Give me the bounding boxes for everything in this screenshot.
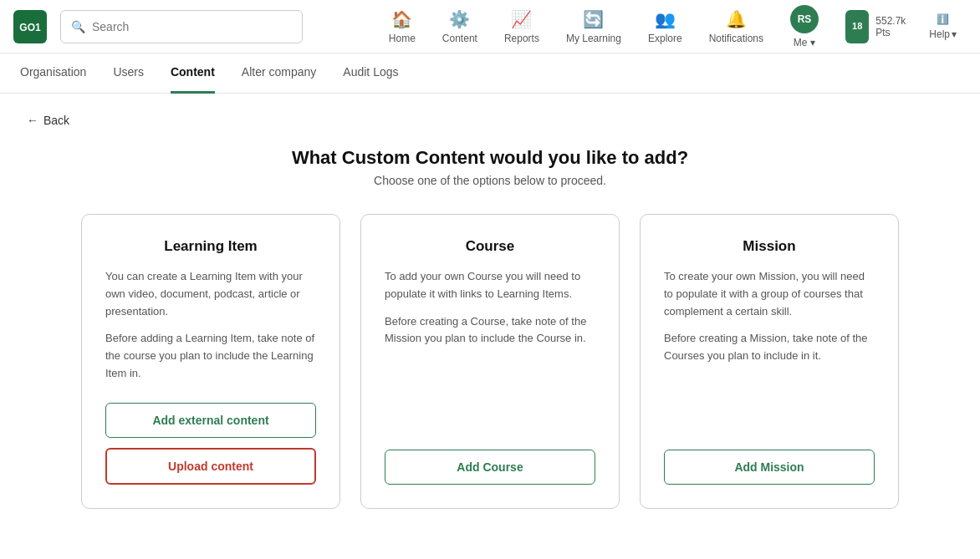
card-mission-title: Mission <box>664 238 875 255</box>
page-subtitle: Choose one of the options below to proce… <box>27 174 953 187</box>
nav-home[interactable]: 🏠 Home <box>379 0 426 53</box>
nav-content[interactable]: ⚙️ Content <box>432 0 487 53</box>
nav-me[interactable]: RS Me ▾ <box>780 0 829 53</box>
nav-content-label: Content <box>442 33 477 44</box>
sub-nav-organisation[interactable]: Organisation <box>20 53 86 94</box>
add-external-content-button[interactable]: Add external content <box>105 403 316 438</box>
page-title: What Custom Content would you like to ad… <box>27 147 953 169</box>
search-icon: 🔍 <box>71 20 85 33</box>
back-label: Back <box>43 114 69 127</box>
card-learning-item-title: Learning Item <box>105 238 316 255</box>
sub-nav-audit-logs[interactable]: Audit Logs <box>343 53 398 94</box>
svg-text:GO1: GO1 <box>19 22 41 33</box>
search-bar[interactable]: 🔍 <box>60 10 303 43</box>
back-link[interactable]: ← Back <box>27 114 953 127</box>
my-learning-icon: 🔄 <box>583 9 604 29</box>
card-course-title: Course <box>385 238 595 255</box>
top-nav: GO1 🔍 🏠 Home ⚙️ Content 📈 Reports 🔄 My L… <box>0 0 980 53</box>
points-section: 18 552.7k Pts <box>835 0 912 53</box>
nav-notifications[interactable]: 🔔 Notifications <box>699 0 773 53</box>
points-badge: 18 <box>845 10 869 43</box>
nav-explore[interactable]: 👥 Explore <box>638 0 692 53</box>
nav-notifications-label: Notifications <box>709 33 763 44</box>
pts-info: 552.7k Pts <box>875 15 906 38</box>
page-content: ← Back What Custom Content would you lik… <box>0 94 980 529</box>
help-row: Help ▾ <box>929 28 957 40</box>
page-heading: What Custom Content would you like to ad… <box>27 147 953 187</box>
chevron-down-icon: ▾ <box>952 28 957 40</box>
sub-nav: Organisation Users Content Alter company… <box>0 53 980 94</box>
nav-home-label: Home <box>389 33 416 44</box>
card-course-desc2: Before creating a Course, take note of t… <box>385 313 595 348</box>
upload-content-button[interactable]: Upload content <box>105 448 316 485</box>
nav-help[interactable]: ℹ️ Help ▾ <box>919 0 967 53</box>
nav-reports[interactable]: 📈 Reports <box>494 0 549 53</box>
card-course-desc1: To add your own Course you will need to … <box>385 268 595 303</box>
card-learning-item: Learning Item You can create a Learning … <box>81 214 340 509</box>
nav-explore-label: Explore <box>648 33 682 44</box>
card-mission-desc1: To create your own Mission, you will nee… <box>664 268 875 320</box>
card-mission-desc2: Before creating a Mission, take note of … <box>664 330 875 365</box>
app-logo[interactable]: GO1 <box>13 10 47 43</box>
reports-icon: 📈 <box>511 9 532 29</box>
back-arrow-icon: ← <box>27 114 38 127</box>
sub-nav-users[interactable]: Users <box>113 53 144 94</box>
nav-items: 🏠 Home ⚙️ Content 📈 Reports 🔄 My Learnin… <box>379 0 967 53</box>
content-icon: ⚙️ <box>449 9 470 29</box>
card-mission: Mission To create your own Mission, you … <box>640 214 899 509</box>
notifications-icon: 🔔 <box>726 9 747 29</box>
nav-my-learning-label: My Learning <box>566 33 621 44</box>
sub-nav-alter-company[interactable]: Alter company <box>242 53 316 94</box>
pts-label: Pts <box>875 27 906 38</box>
nav-my-learning[interactable]: 🔄 My Learning <box>556 0 631 53</box>
cards-container: Learning Item You can create a Learning … <box>27 214 953 509</box>
explore-icon: 👥 <box>655 9 676 29</box>
add-mission-button[interactable]: Add Mission <box>664 450 875 485</box>
nav-reports-label: Reports <box>504 33 539 44</box>
chevron-down-icon: ▾ <box>810 37 815 48</box>
help-icon: ℹ️ <box>937 13 949 25</box>
me-row: Me ▾ <box>794 37 816 48</box>
help-label: Help <box>929 28 950 40</box>
card-learning-item-desc2: Before adding a Learning Item, take note… <box>105 330 316 382</box>
search-input[interactable] <box>92 20 292 33</box>
me-label: Me <box>794 37 808 48</box>
pts-value: 552.7k <box>875 15 906 27</box>
points-number: 18 <box>852 21 862 32</box>
home-icon: 🏠 <box>391 9 412 29</box>
avatar: RS <box>790 5 819 33</box>
card-course: Course To add your own Course you will n… <box>360 214 620 509</box>
card-learning-item-desc1: You can create a Learning Item with your… <box>105 268 316 320</box>
add-course-button[interactable]: Add Course <box>385 450 595 485</box>
sub-nav-content[interactable]: Content <box>171 53 215 94</box>
